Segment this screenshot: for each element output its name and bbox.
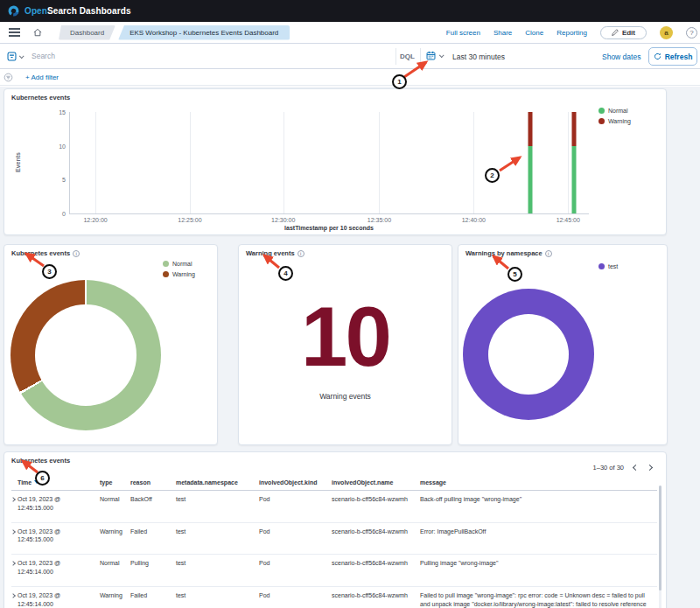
table-cell: BackOff <box>130 491 176 523</box>
previous-page-icon[interactable] <box>633 465 639 471</box>
chart-legend: test <box>598 263 618 269</box>
app-title: OpenSearch Dashboards <box>24 6 131 16</box>
table-cell: Warning <box>100 522 130 555</box>
info-icon[interactable]: i <box>545 250 552 257</box>
opensearch-logo-icon <box>8 5 19 17</box>
expand-row-icon[interactable] <box>10 497 16 502</box>
legend-item-warning[interactable]: Warning <box>598 118 631 124</box>
expand-cell <box>11 555 18 587</box>
query-language-button[interactable]: DQL <box>400 52 415 60</box>
table-cell: Normal <box>100 491 130 523</box>
gridline <box>473 112 474 213</box>
expand-row-icon[interactable] <box>10 561 16 566</box>
bar-segment-warning[interactable] <box>528 112 532 146</box>
table-cell: test <box>176 586 259 608</box>
y-tick-label: 5 <box>62 177 66 183</box>
saved-query-menu[interactable] <box>7 52 23 61</box>
app-header: OpenSearch Dashboards <box>0 0 700 22</box>
filter-set-icon <box>7 52 17 61</box>
annotation-circle-2: 2 <box>485 168 500 183</box>
table-cell: scenario-b-cff56c84-wzwmh <box>332 491 420 523</box>
table-cell: Oct 19, 2023 @ 12:45:15.000 <box>18 491 100 523</box>
stacked-bar[interactable] <box>571 112 576 213</box>
bar-segment-normal[interactable] <box>571 146 576 213</box>
info-icon[interactable]: i <box>73 250 80 257</box>
expand-row-icon[interactable] <box>10 593 16 598</box>
legend-item-normal[interactable]: Normal <box>598 108 631 114</box>
date-picker-button[interactable] <box>426 51 443 60</box>
table-cell: Pod <box>259 491 332 523</box>
panel-title: Kubernetes events <box>11 94 70 101</box>
timeline-plot: 12:20:0012:25:0012:30:0012:35:0012:40:00… <box>69 112 589 214</box>
column-header-type[interactable]: type <box>100 478 130 491</box>
avatar[interactable]: a <box>660 26 673 39</box>
events-donut-chart[interactable] <box>10 280 161 430</box>
scrollbar-thumb[interactable] <box>659 486 662 591</box>
breadcrumb-dashboard[interactable]: Dashboard <box>59 25 116 40</box>
pagination: 1–30 of 30 <box>593 464 652 472</box>
home-icon[interactable] <box>32 27 43 38</box>
dashboard-canvas: Kubernetes events Events 12:20:0012:25:0… <box>0 87 700 608</box>
column-header-time[interactable]: Time <box>18 478 100 491</box>
legend-dot <box>163 261 169 267</box>
filter-bar: + Add filter <box>0 70 700 86</box>
search-input[interactable]: Search <box>32 52 55 60</box>
chart-legend: Normal Warning <box>163 261 195 277</box>
table-scrollbar[interactable] <box>659 486 662 608</box>
legend-dot <box>598 108 605 114</box>
x-tick-label: 12:40:00 <box>462 217 486 223</box>
time-range-value[interactable]: Last 30 minutes <box>452 52 505 61</box>
column-header-reason[interactable]: reason <box>130 478 176 491</box>
nav-actions: Full screen Share Clone Reporting Edit a… <box>446 26 691 39</box>
gridline <box>379 112 380 213</box>
clone-link[interactable]: Clone <box>525 29 543 37</box>
namespace-donut-chart[interactable] <box>463 289 594 420</box>
pagination-range: 1–30 of 30 <box>593 464 624 472</box>
filter-icon[interactable] <box>4 73 13 82</box>
table-cell: Back-off pulling image "wrong-image" <box>420 491 657 523</box>
table-cell: Failed <box>130 522 176 555</box>
edit-button[interactable]: Edit <box>600 26 647 39</box>
bar-segment-warning[interactable] <box>571 112 576 146</box>
expand-row-icon[interactable] <box>10 529 16 535</box>
panel-warning-events-metric: Warning eventsi 10 Warning events <box>238 244 452 445</box>
expand-cell <box>11 586 18 608</box>
add-filter-button[interactable]: + Add filter <box>25 73 59 81</box>
table-header-row: Time type reason metadata.namespace invo… <box>11 478 657 491</box>
legend-item-warning[interactable]: Warning <box>163 271 195 277</box>
pencil-icon <box>612 29 619 36</box>
metric-label: Warning events <box>319 392 371 401</box>
gridline <box>568 112 569 213</box>
table-cell: Oct 19, 2023 @ 12:45:14.000 <box>18 586 100 608</box>
annotation-circle-4: 4 <box>278 266 293 281</box>
reporting-link[interactable]: Reporting <box>556 29 587 37</box>
full-screen-link[interactable]: Full screen <box>446 29 480 37</box>
gridline <box>95 112 96 213</box>
refresh-button[interactable]: Refresh <box>648 47 697 66</box>
stacked-bar[interactable] <box>528 112 532 213</box>
panel-kubernetes-events-table: Kubernetes events 1–30 of 30 Time type r… <box>4 451 667 608</box>
x-tick-label: 12:20:00 <box>83 217 107 223</box>
next-page-icon[interactable] <box>647 465 653 471</box>
column-header-kind[interactable]: involvedObject.kind <box>259 478 332 491</box>
bar-segment-normal[interactable] <box>528 146 532 213</box>
help-icon[interactable]: ? <box>686 27 697 38</box>
table-cell: Warning <box>100 586 130 608</box>
table-row: Oct 19, 2023 @ 12:45:14.000NormalPulling… <box>11 555 657 587</box>
column-header-message[interactable]: message <box>420 478 657 491</box>
menu-icon[interactable] <box>9 28 20 37</box>
expand-cell <box>11 522 18 555</box>
legend-item-normal[interactable]: Normal <box>163 261 195 267</box>
show-dates-link[interactable]: Show dates <box>602 52 640 61</box>
column-header-name[interactable]: involvedObject.name <box>332 478 420 491</box>
events-table-body: Oct 19, 2023 @ 12:45:15.000NormalBackOff… <box>11 491 657 608</box>
legend-item-test[interactable]: test <box>598 263 618 269</box>
chevron-down-icon <box>19 53 24 59</box>
x-axis-label: lastTimestamp per 10 seconds <box>69 225 589 231</box>
share-link[interactable]: Share <box>494 29 512 37</box>
table-cell: Failed to pull image "wrong-image": rpc … <box>420 586 657 608</box>
panel-kubernetes-events-histogram: Kubernetes events Events 12:20:0012:25:0… <box>4 88 667 235</box>
table-row: Oct 19, 2023 @ 12:45:14.000WarningFailed… <box>11 586 657 608</box>
column-header-namespace[interactable]: metadata.namespace <box>176 478 259 491</box>
chevron-down-icon <box>439 52 444 58</box>
